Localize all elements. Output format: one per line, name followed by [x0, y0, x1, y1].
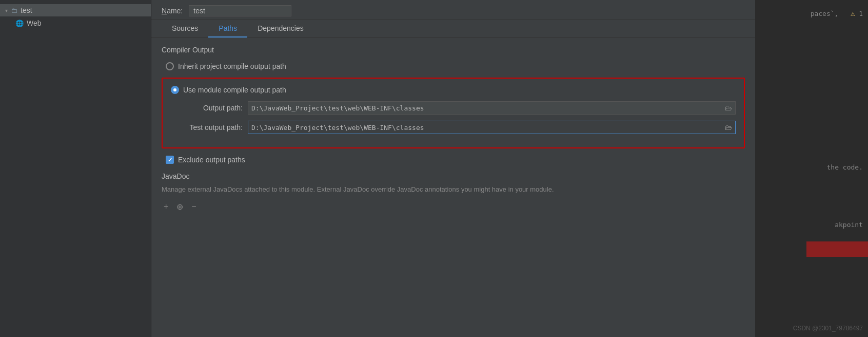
name-label: Name: — [162, 7, 183, 15]
name-row: Name: — [151, 0, 755, 20]
output-path-browse-icon[interactable]: 🗁 — [725, 104, 732, 112]
sidebar-item-web[interactable]: 🌐 Web — [0, 16, 151, 30]
radio-inherit-label: Inherit project compile output path — [178, 62, 286, 70]
tab-dependencies[interactable]: Dependencies — [247, 20, 314, 38]
test-output-path-browse-icon[interactable]: 🗁 — [725, 123, 732, 132]
test-output-path-label: Test output path: — [171, 123, 243, 132]
tab-sources[interactable]: Sources — [162, 20, 208, 38]
javadoc-title: JavaDoc — [162, 172, 745, 180]
output-path-row: Output path: 🗁 — [171, 101, 736, 115]
output-path-wrapper: 🗁 — [248, 101, 736, 115]
tabs-bar: Sources Paths Dependencies — [151, 20, 755, 38]
radio-module[interactable]: Use module compile output path — [171, 86, 736, 94]
output-path-label: Output path: — [171, 104, 243, 112]
exclude-checkbox[interactable]: Exclude output paths — [166, 156, 745, 164]
right-bot-text: akpoint — [835, 221, 863, 229]
compiler-output-title: Compiler Output — [162, 46, 745, 54]
test-output-path-wrapper: 🗁 — [248, 121, 736, 134]
test-output-path-input[interactable] — [251, 124, 722, 132]
radio-inherit[interactable]: Inherit project compile output path — [166, 62, 745, 70]
exclude-checkbox-label: Exclude output paths — [178, 156, 245, 164]
javadoc-add-button[interactable]: + — [162, 201, 170, 212]
radio-inherit-circle — [166, 62, 174, 70]
output-path-input[interactable] — [251, 104, 722, 112]
right-panel: paces`, ⚠ 1 the code. akpoint CSDN @2301… — [755, 0, 868, 337]
sidebar-root-label: test — [21, 6, 32, 14]
name-input[interactable] — [189, 5, 291, 16]
red-bar — [806, 241, 868, 257]
exclude-checkbox-box — [166, 156, 174, 164]
highlight-box: Use module compile output path Output pa… — [162, 78, 745, 148]
right-top-text: paces`, ⚠ 1 — [811, 9, 863, 17]
web-icon: 🌐 — [15, 20, 24, 27]
javadoc-remove-button[interactable]: − — [189, 201, 198, 212]
folder-icon: 🗀 — [11, 7, 17, 14]
test-output-path-row: Test output path: 🗁 — [171, 121, 736, 134]
radio-module-label: Use module compile output path — [183, 86, 286, 94]
sidebar-item-test[interactable]: ▾ 🗀 test — [0, 4, 151, 16]
chevron-icon: ▾ — [5, 8, 8, 13]
javadoc-add-from-button[interactable]: ⊕ — [174, 201, 185, 213]
radio-module-circle — [171, 86, 179, 94]
content-area: Compiler Output Inherit project compile … — [151, 38, 755, 337]
javadoc-toolbar: + ⊕ − — [162, 201, 745, 213]
watermark: CSDN @2301_79786497 — [793, 325, 863, 332]
sidebar-child-label: Web — [27, 19, 42, 27]
sidebar: ▾ 🗀 test 🌐 Web — [0, 0, 151, 337]
javadoc-description: Manage external JavaDocs attached to thi… — [162, 184, 745, 195]
main-panel: Name: Sources Paths Dependencies Compile… — [151, 0, 755, 337]
tab-paths[interactable]: Paths — [208, 20, 247, 38]
right-mid-text: the code. — [827, 163, 863, 171]
javadoc-section: JavaDoc Manage external JavaDocs attache… — [162, 172, 745, 213]
warning-icon: ⚠ — [851, 9, 855, 17]
